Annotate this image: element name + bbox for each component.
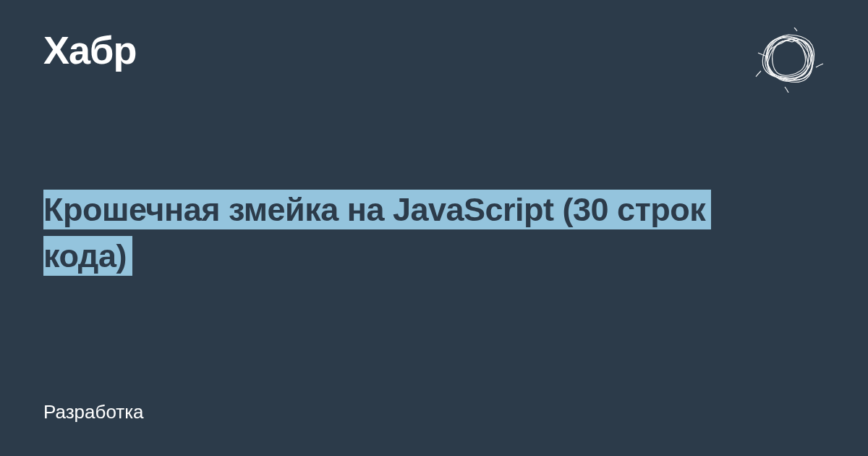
article-title-container: Крошечная змейка на JavaScript (30 строк…	[43, 187, 752, 279]
scribble-icon	[752, 28, 825, 93]
site-logo: Хабр	[43, 28, 136, 72]
header: Хабр	[43, 28, 825, 93]
article-category: Разработка	[43, 401, 144, 423]
article-title: Крошечная змейка на JavaScript (30 строк…	[43, 187, 752, 279]
